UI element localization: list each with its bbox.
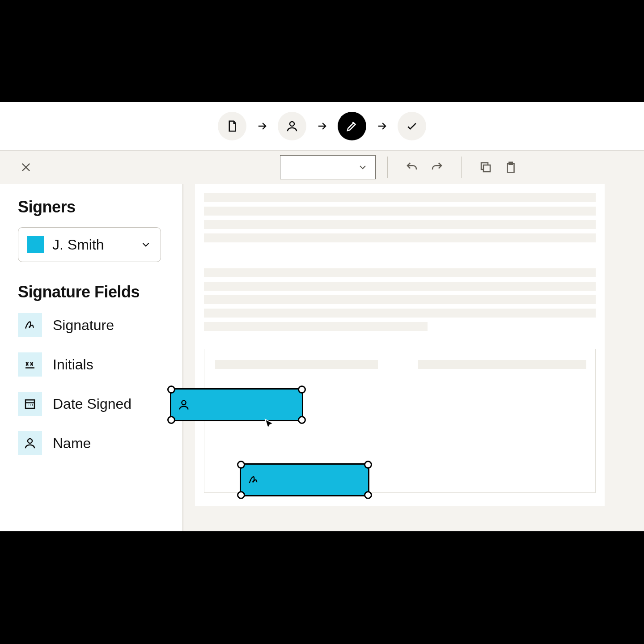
signature-fields-heading: Signature Fields — [18, 283, 165, 301]
chevron-down-icon — [357, 162, 368, 173]
person-icon — [178, 398, 190, 411]
edit-icon — [345, 119, 359, 133]
text-placeholder — [204, 309, 596, 318]
text-placeholder — [204, 268, 596, 277]
text-placeholder — [204, 207, 596, 216]
field-item-name[interactable]: Name — [18, 431, 165, 455]
toolbar — [0, 150, 644, 184]
step-arrow-icon — [375, 119, 389, 133]
signers-heading: Signers — [18, 198, 165, 216]
text-placeholder — [204, 220, 596, 229]
step-document[interactable] — [218, 112, 246, 140]
step-arrow-icon — [255, 119, 269, 133]
resize-handle[interactable] — [237, 461, 245, 469]
resize-handle[interactable] — [298, 386, 306, 394]
clipboard-icon — [504, 161, 517, 174]
signature-slot — [215, 360, 378, 369]
placed-field-name[interactable] — [170, 388, 303, 421]
check-icon — [405, 119, 419, 133]
step-recipients[interactable] — [278, 112, 306, 140]
text-placeholder — [204, 233, 596, 242]
svg-rect-4 — [25, 400, 34, 408]
field-list: Signature Initials Date Signed — [18, 313, 165, 455]
step-arrow-icon — [315, 119, 329, 133]
signer-select[interactable]: J. Smith — [18, 227, 161, 262]
resize-handle[interactable] — [298, 416, 306, 424]
resize-handle[interactable] — [237, 491, 245, 499]
close-icon — [20, 161, 32, 174]
document-page — [195, 184, 605, 506]
date-icon — [18, 392, 42, 416]
resize-handle[interactable] — [364, 491, 372, 499]
copy-button[interactable] — [478, 159, 494, 175]
field-label: Name — [53, 435, 91, 452]
chevron-down-icon — [140, 239, 152, 250]
signature-icon — [247, 474, 260, 486]
toolbar-divider — [387, 157, 388, 178]
svg-point-5 — [28, 439, 32, 443]
name-icon — [18, 431, 42, 455]
svg-rect-1 — [483, 165, 490, 172]
redo-icon — [430, 161, 444, 174]
paste-button[interactable] — [503, 159, 519, 175]
field-label: Date Signed — [53, 396, 131, 412]
initials-icon — [18, 352, 42, 377]
app-stage: Signers J. Smith Signature Fields Signat… — [0, 102, 644, 531]
document-icon — [225, 119, 239, 133]
person-icon — [285, 119, 299, 133]
toolbar-divider — [461, 157, 462, 178]
sidebar: Signers J. Smith Signature Fields Signat… — [0, 184, 183, 531]
field-item-date-signed[interactable]: Date Signed — [18, 392, 165, 416]
field-label: Initials — [53, 356, 93, 373]
field-item-signature[interactable]: Signature — [18, 313, 165, 337]
svg-point-6 — [182, 401, 186, 405]
placed-field-signature[interactable] — [240, 463, 369, 496]
step-edit[interactable] — [338, 112, 366, 140]
redo-button[interactable] — [429, 159, 445, 175]
text-placeholder — [204, 193, 596, 202]
svg-point-0 — [290, 122, 294, 126]
signer-name-label: J. Smith — [52, 237, 132, 253]
field-label: Signature — [53, 317, 114, 334]
copy-icon — [479, 161, 492, 174]
signature-icon — [18, 313, 42, 337]
stepper-bar — [0, 102, 644, 150]
text-placeholder — [204, 322, 428, 331]
text-placeholder — [204, 295, 596, 304]
zoom-select[interactable] — [280, 155, 376, 179]
text-placeholder — [204, 282, 596, 291]
resize-handle[interactable] — [167, 416, 175, 424]
resize-handle[interactable] — [167, 386, 175, 394]
signer-color-swatch — [27, 236, 44, 253]
field-item-initials[interactable]: Initials — [18, 352, 165, 377]
undo-icon — [405, 161, 419, 174]
signature-slot — [418, 360, 586, 369]
undo-button[interactable] — [404, 159, 420, 175]
close-button[interactable] — [18, 159, 34, 175]
resize-handle[interactable] — [364, 461, 372, 469]
step-review[interactable] — [398, 112, 426, 140]
